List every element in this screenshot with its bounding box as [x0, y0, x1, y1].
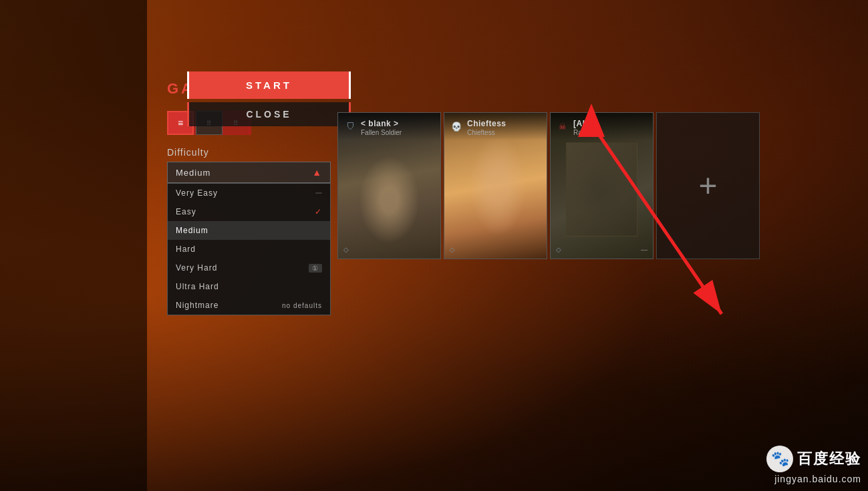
skull-icon: 💀 [450, 120, 463, 134]
option-tag: ① [309, 264, 322, 273]
card-2-bottom: ◇ [450, 246, 541, 253]
diamond-icon-3: ◇ [556, 246, 561, 253]
option-label: Ultra Hard [176, 282, 219, 291]
difficulty-selector[interactable]: Medium ▲ Very Easy Easy ✓ Medium Hard [167, 162, 331, 183]
option-tag [315, 192, 322, 194]
difficulty-option-very-hard[interactable]: Very Hard ① [168, 259, 330, 277]
diamond-icon-1: ◇ [343, 246, 349, 253]
difficulty-option-hard[interactable]: Hard [168, 240, 330, 259]
option-label: Hard [176, 244, 196, 254]
player-card-3[interactable]: ☠ [AI] Random ◇ — [550, 112, 654, 259]
baidu-logo: 🐾 百度经验 [766, 446, 861, 472]
lobby-buttons: START CLOSE [187, 71, 351, 126]
difficulty-option-ultra-hard[interactable]: Ultra Hard [168, 277, 330, 296]
baidu-brand-text: 百度经验 [797, 449, 861, 469]
card-2-info: Chieftess Chieftess [467, 117, 507, 136]
card-1-subtitle: Fallen Soldier [361, 129, 402, 136]
option-label: Nightmare [176, 301, 219, 310]
card-2-name: Chieftess [467, 119, 507, 128]
difficulty-current-value: Medium [176, 168, 210, 178]
card-3-bottom: ◇ — [556, 246, 647, 253]
minus-icon: — [641, 246, 647, 253]
game-panel: GAME LOBBY ≡ ⠿ ⠿ Difficulty Medium ▲ [147, 0, 868, 491]
difficulty-option-easy[interactable]: Easy ✓ [168, 202, 330, 221]
difficulty-option-very-easy[interactable]: Very Easy [168, 184, 330, 202]
card-1-header: ⛉ < blank > Fallen Soldier [338, 113, 440, 140]
start-button[interactable]: START [187, 71, 351, 99]
card-2-header: 💀 Chieftess Chieftess [444, 113, 547, 140]
add-player-card[interactable]: + [656, 112, 760, 259]
option-note: no defaults [282, 302, 322, 309]
checkmark-icon: ✓ [315, 207, 322, 216]
card-3-name: [AI] [573, 119, 588, 128]
card-3-header: ☠ [AI] Random [551, 113, 653, 140]
baidu-paw-icon: 🐾 [766, 446, 793, 472]
card-1-name: < blank > [361, 119, 399, 128]
close-button[interactable]: CLOSE [187, 102, 351, 126]
card-1-info: < blank > Fallen Soldier [361, 117, 402, 136]
option-label: Medium [176, 226, 208, 235]
helmet-icon: ⛉ [343, 120, 357, 134]
option-label: Very Hard [176, 263, 217, 273]
card-2-subtitle: Chieftess [467, 129, 507, 136]
left-panel [0, 0, 147, 491]
diamond-icon-2: ◇ [450, 246, 455, 253]
difficulty-option-nightmare[interactable]: Nightmare no defaults [168, 296, 330, 315]
card-1-bottom: ◇ [343, 246, 435, 253]
card-3-info: [AI] Random [573, 117, 599, 136]
watermark: 🐾 百度经验 jingyan.baidu.com [766, 446, 861, 484]
list-icon: ≡ [178, 118, 183, 128]
baidu-url: jingyan.baidu.com [766, 474, 861, 484]
player-cards-container: ⛉ < blank > Fallen Soldier ◇ 💀 Chieftess [337, 112, 760, 259]
chevron-up-icon: ▲ [312, 167, 322, 178]
difficulty-dropdown: Very Easy Easy ✓ Medium Hard Very Hard ① [167, 183, 331, 315]
add-icon: + [698, 170, 717, 202]
player-card-2[interactable]: 💀 Chieftess Chieftess ◇ [444, 112, 547, 259]
card-3-subtitle: Random [573, 129, 599, 136]
difficulty-option-medium[interactable]: Medium [168, 221, 330, 240]
difficulty-current[interactable]: Medium ▲ [167, 162, 331, 183]
option-label: Very Easy [176, 188, 218, 198]
player-card-1[interactable]: ⛉ < blank > Fallen Soldier ◇ [337, 112, 441, 259]
option-label: Easy [176, 207, 196, 216]
ai-skull-icon: ☠ [556, 120, 569, 134]
